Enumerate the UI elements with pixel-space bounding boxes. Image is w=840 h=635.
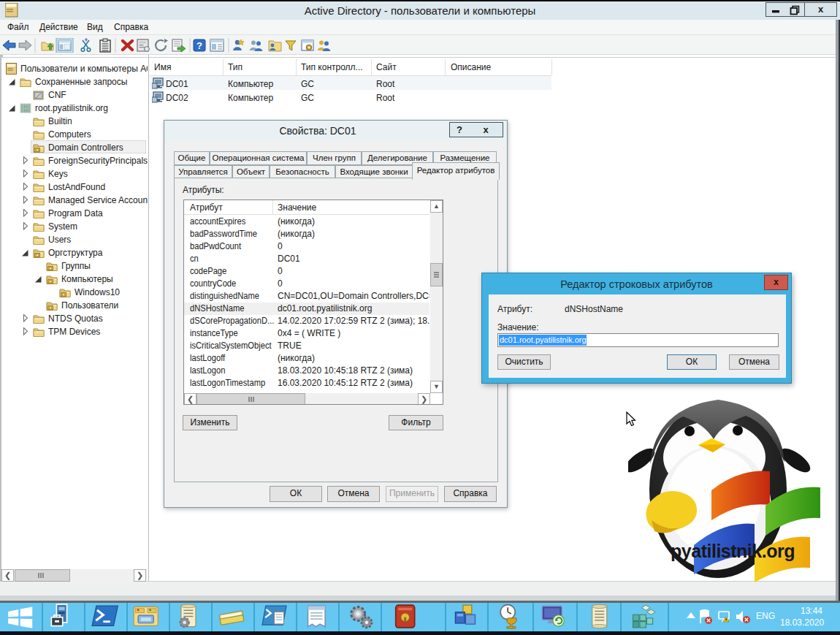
svg-text:pyatilistnik.org: pyatilistnik.org <box>671 541 795 561</box>
svg-text:?: ? <box>196 40 202 51</box>
